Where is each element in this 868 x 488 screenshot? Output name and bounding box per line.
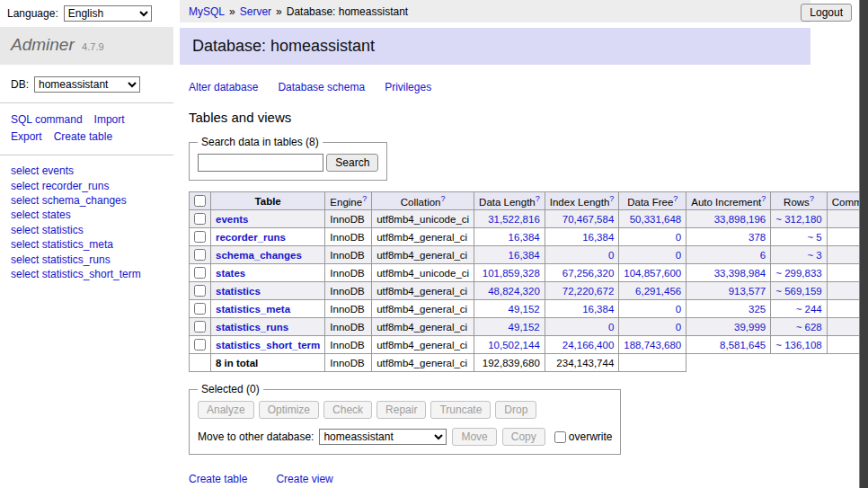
- overwrite-checkbox[interactable]: [554, 431, 566, 443]
- rows-link[interactable]: ~ 312,180: [775, 214, 821, 225]
- move-button[interactable]: Move: [452, 428, 496, 446]
- help-icon[interactable]: ?: [440, 194, 445, 203]
- data-free-link[interactable]: 104,857,600: [624, 268, 681, 279]
- data-length-link[interactable]: 49,152: [509, 322, 540, 333]
- data-free-link[interactable]: 0: [676, 322, 681, 333]
- row-checkbox[interactable]: [194, 249, 206, 261]
- language-select[interactable]: English: [64, 5, 152, 22]
- breadcrumb-server-link[interactable]: Server: [240, 5, 271, 18]
- drop-button[interactable]: Drop: [495, 401, 536, 419]
- index-length-link[interactable]: 0: [608, 322, 614, 333]
- sidebar-link-sql-command[interactable]: SQL command: [11, 113, 83, 126]
- optimize-button[interactable]: Optimize: [259, 401, 319, 419]
- search-input[interactable]: [198, 154, 323, 172]
- auto-increment-link[interactable]: 378: [748, 232, 766, 243]
- index-length-link[interactable]: 70,467,584: [562, 214, 615, 225]
- help-icon[interactable]: ?: [810, 194, 814, 203]
- table-row: statistics_runs InnoDB utf8mb4_general_c…: [190, 318, 868, 336]
- data-free-link[interactable]: 188,743,680: [624, 340, 681, 350]
- select-all-checkbox[interactable]: [194, 195, 206, 207]
- create-view-link[interactable]: Create view: [276, 473, 332, 485]
- table-link[interactable]: schema_changes: [216, 250, 302, 261]
- index-length-link[interactable]: 16,384: [582, 232, 614, 243]
- sidebar-link-create-table[interactable]: Create table: [54, 130, 112, 143]
- auto-increment-link[interactable]: 325: [748, 304, 766, 315]
- data-length-link[interactable]: 101,859,328: [483, 268, 540, 279]
- auto-increment-link[interactable]: 913,577: [729, 286, 766, 297]
- help-icon[interactable]: ?: [362, 194, 367, 203]
- analyze-button[interactable]: Analyze: [198, 401, 254, 419]
- row-checkbox[interactable]: [194, 213, 206, 225]
- data-length-link[interactable]: 31,522,816: [488, 214, 540, 225]
- auto-increment-link[interactable]: 8,581,645: [720, 340, 766, 350]
- row-checkbox[interactable]: [194, 339, 206, 350]
- row-checkbox[interactable]: [194, 321, 206, 333]
- sidebar-table-link-statistics-meta[interactable]: select statistics_meta: [11, 238, 163, 251]
- privileges-link[interactable]: Privileges: [385, 81, 431, 93]
- index-length-link[interactable]: 0: [608, 250, 614, 261]
- database-schema-link[interactable]: Database schema: [278, 81, 365, 93]
- table-link[interactable]: states: [216, 268, 245, 279]
- rows-link[interactable]: ~ 136,108: [775, 340, 821, 350]
- help-icon[interactable]: ?: [761, 194, 766, 203]
- row-checkbox[interactable]: [194, 285, 206, 297]
- rows-link[interactable]: ~ 569,159: [775, 286, 821, 297]
- row-checkbox[interactable]: [194, 303, 206, 315]
- sidebar-table-link-recorder-runs[interactable]: select recorder_runs: [11, 180, 163, 192]
- table-link[interactable]: statistics: [216, 286, 261, 297]
- sidebar-table-link-statistics-short-term[interactable]: select statistics_short_term: [11, 268, 163, 280]
- data-length-link[interactable]: 16,384: [509, 232, 540, 243]
- breadcrumb-mysql-link[interactable]: MySQL: [189, 5, 225, 18]
- rows-link[interactable]: ~ 299,833: [775, 268, 821, 279]
- row-checkbox[interactable]: [194, 267, 206, 279]
- sidebar-table-link-states[interactable]: select states: [11, 209, 163, 221]
- data-length-link[interactable]: 10,502,144: [488, 340, 540, 350]
- logout-button[interactable]: Logout: [801, 4, 852, 22]
- search-button[interactable]: Search: [326, 154, 378, 172]
- index-length-link[interactable]: 67,256,320: [562, 268, 615, 279]
- auto-increment-link[interactable]: 33,898,196: [714, 214, 766, 225]
- repair-button[interactable]: Repair: [376, 401, 426, 419]
- data-free-link[interactable]: 50,331,648: [630, 214, 682, 225]
- index-length-link[interactable]: 16,384: [582, 304, 614, 315]
- sidebar-link-import[interactable]: Import: [94, 113, 125, 126]
- db-select[interactable]: homeassistant: [34, 76, 140, 93]
- rows-link[interactable]: ~ 5: [807, 232, 821, 243]
- help-icon[interactable]: ?: [536, 194, 540, 203]
- data-length-link[interactable]: 48,824,320: [488, 286, 540, 297]
- row-checkbox[interactable]: [194, 231, 206, 243]
- auto-increment-link[interactable]: 6: [760, 250, 766, 261]
- rows-link[interactable]: ~ 3: [807, 250, 821, 261]
- sidebar-table-link-events[interactable]: select events: [11, 164, 163, 177]
- sidebar-table-link-statistics-runs[interactable]: select statistics_runs: [11, 253, 163, 266]
- auto-increment-link[interactable]: 33,398,984: [714, 268, 766, 279]
- sidebar-link-export[interactable]: Export: [11, 130, 42, 143]
- table-link[interactable]: statistics_runs: [216, 322, 288, 333]
- data-free-link[interactable]: 0: [676, 232, 681, 243]
- vertical-scrollbar[interactable]: [859, 0, 868, 488]
- index-length-link[interactable]: 24,166,400: [562, 340, 615, 350]
- help-icon[interactable]: ?: [609, 194, 614, 203]
- data-length-link[interactable]: 16,384: [509, 250, 540, 261]
- truncate-button[interactable]: Truncate: [430, 401, 491, 419]
- help-icon[interactable]: ?: [673, 194, 678, 203]
- index-length-link[interactable]: 72,220,672: [562, 286, 615, 297]
- data-free-link[interactable]: 0: [676, 304, 681, 315]
- auto-increment-link[interactable]: 39,999: [734, 322, 766, 333]
- create-table-link[interactable]: Create table: [189, 473, 247, 485]
- table-link[interactable]: statistics_short_term: [216, 340, 320, 350]
- data-free-link[interactable]: 0: [676, 250, 681, 261]
- table-link[interactable]: statistics_meta: [216, 304, 290, 315]
- alter-database-link[interactable]: Alter database: [189, 81, 258, 93]
- table-link[interactable]: events: [216, 214, 248, 225]
- data-length-link[interactable]: 49,152: [509, 304, 540, 315]
- move-database-select[interactable]: homeassistant: [319, 429, 447, 445]
- rows-link[interactable]: ~ 244: [796, 304, 822, 315]
- data-free-link[interactable]: 6,291,456: [635, 286, 681, 297]
- sidebar-table-link-statistics[interactable]: select statistics: [11, 224, 163, 236]
- rows-link[interactable]: ~ 628: [796, 322, 822, 333]
- copy-button[interactable]: Copy: [502, 428, 545, 446]
- table-link[interactable]: recorder_runs: [216, 232, 286, 243]
- sidebar-table-link-schema-changes[interactable]: select schema_changes: [11, 194, 163, 207]
- check-button[interactable]: Check: [323, 401, 372, 419]
